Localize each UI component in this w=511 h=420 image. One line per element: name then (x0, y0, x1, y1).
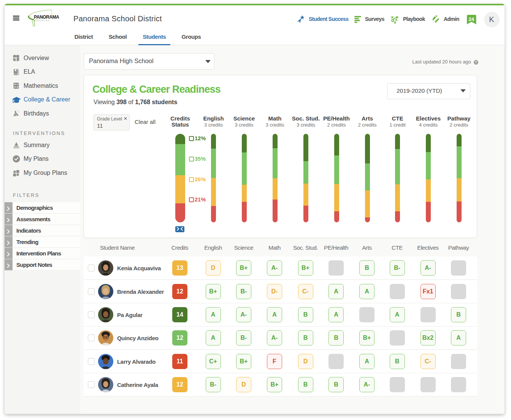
svg-text:EDUCATION: EDUCATION (34, 20, 49, 22)
svg-text:?: ? (475, 60, 477, 64)
svg-text:PANORAMA: PANORAMA (34, 14, 59, 20)
